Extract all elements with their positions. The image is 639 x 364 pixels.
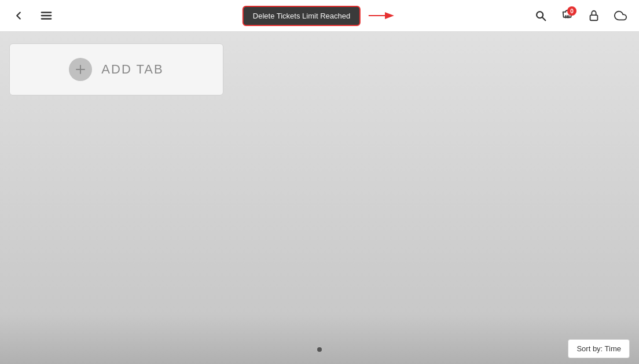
add-tab-button[interactable]: ADD TAB bbox=[9, 43, 223, 95]
svg-rect-10 bbox=[590, 15, 598, 20]
cart-icon bbox=[561, 9, 574, 22]
add-tab-icon bbox=[69, 58, 92, 81]
back-button[interactable] bbox=[7, 4, 30, 27]
search-button[interactable] bbox=[529, 4, 552, 27]
lock-button[interactable] bbox=[582, 4, 605, 27]
back-icon bbox=[12, 9, 25, 22]
sort-button[interactable]: Sort by: Time bbox=[568, 339, 630, 358]
lock-icon bbox=[587, 9, 600, 22]
header-center: Delete Tickets Limit Reached bbox=[243, 6, 396, 26]
cloud-button[interactable] bbox=[609, 4, 632, 27]
header: Delete Tickets Limit Reached bbox=[0, 0, 639, 32]
cloud-icon bbox=[614, 9, 627, 22]
page-indicator-dot bbox=[317, 347, 322, 352]
svg-line-6 bbox=[542, 17, 546, 21]
search-icon bbox=[534, 9, 547, 22]
bottom-bar: Sort by: Time bbox=[0, 335, 639, 364]
main-content: ADD TAB Sort by: Time bbox=[0, 32, 639, 364]
hamburger-icon bbox=[40, 9, 53, 22]
delete-tooltip: Delete Tickets Limit Reached bbox=[243, 6, 361, 26]
header-left bbox=[7, 4, 58, 27]
arrow-right bbox=[368, 10, 396, 21]
header-right: 0 bbox=[529, 4, 632, 27]
menu-button[interactable] bbox=[35, 4, 58, 27]
add-tab-label: ADD TAB bbox=[101, 62, 163, 77]
cart-button[interactable]: 0 bbox=[556, 4, 579, 27]
right-arrow-icon bbox=[368, 10, 396, 21]
tooltip-text: Delete Tickets Limit Reached bbox=[253, 12, 350, 20]
